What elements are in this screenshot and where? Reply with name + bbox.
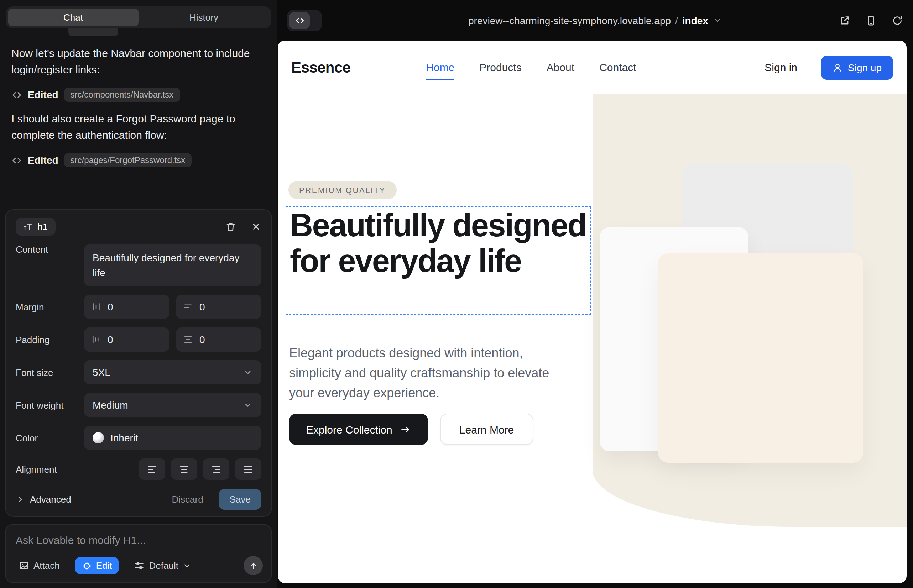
margin-horizontal-icon	[91, 302, 101, 312]
align-center-icon	[179, 464, 189, 475]
arrow-up-icon	[248, 561, 258, 570]
open-external-icon	[839, 15, 850, 26]
advanced-label: Advanced	[30, 494, 71, 505]
chat-message-list[interactable]: Now let's update the Navbar component to…	[0, 29, 277, 210]
chrome-actions	[839, 15, 903, 26]
font-weight-label: Font weight	[16, 400, 84, 410]
url-bar[interactable]: preview--charming-site-symphony.lovable.…	[468, 15, 722, 26]
mobile-icon	[865, 15, 877, 26]
selection-outline: Beautifully designed for everyday life	[286, 207, 591, 315]
close-editor-button[interactable]	[251, 222, 261, 233]
element-editor-panel: тT h1 Content	[5, 210, 272, 517]
decorative-card-beige	[658, 254, 863, 463]
font-size-field-row: Font size 5XL	[16, 360, 261, 384]
sign-up-button[interactable]: Sign up	[821, 55, 893, 79]
hero-title[interactable]: Beautifully designed for everyday life	[290, 208, 587, 278]
align-right-button[interactable]	[203, 459, 229, 480]
edit-mode-toggle[interactable]: Edit	[75, 557, 119, 575]
chevron-down-icon	[243, 400, 253, 410]
chat-history-tabbar: Chat History	[6, 6, 271, 29]
edit-mode-label: Edit	[96, 560, 112, 571]
padding-label: Padding	[16, 334, 84, 345]
element-tag-pill[interactable]: тT h1	[16, 218, 55, 236]
nav-link-contact[interactable]: Contact	[599, 61, 636, 73]
mobile-view-button[interactable]	[865, 15, 877, 26]
chat-message: Now let's update the Navbar component to…	[11, 45, 265, 78]
close-icon	[251, 222, 261, 233]
url-separator: /	[675, 15, 678, 26]
person-icon	[832, 62, 842, 72]
color-select[interactable]: Inherit	[84, 426, 261, 450]
tab-chat[interactable]: Chat	[8, 8, 139, 26]
color-field-row: Color Inherit	[16, 426, 261, 450]
explore-collection-button[interactable]: Explore Collection	[289, 414, 428, 445]
mode-select[interactable]: Default	[130, 559, 196, 572]
padding-x-value: 0	[108, 334, 113, 345]
font-weight-field-row: Font weight Medium	[16, 393, 261, 417]
nav-link-products[interactable]: Products	[479, 61, 521, 73]
nav-link-home[interactable]: Home	[426, 61, 454, 73]
code-view-toggle[interactable]	[287, 10, 322, 31]
site-logo[interactable]: Essence	[291, 59, 350, 76]
chevron-right-icon	[16, 495, 25, 504]
align-left-button[interactable]	[139, 459, 165, 480]
editor-actions	[225, 221, 261, 233]
delete-element-button[interactable]	[225, 221, 236, 233]
send-button[interactable]	[244, 556, 263, 575]
margin-x-value: 0	[108, 301, 113, 312]
preview-area: preview--charming-site-symphony.lovable.…	[277, 0, 913, 588]
sign-in-button[interactable]: Sign in	[760, 60, 801, 74]
composer-input[interactable]	[14, 533, 263, 547]
browser-chrome: preview--charming-site-symphony.lovable.…	[277, 0, 913, 40]
editor-footer: Advanced Discard Save	[16, 489, 261, 510]
site-navbar: Essence Home Products About Contact Sign…	[278, 40, 907, 94]
margin-y-value: 0	[199, 301, 205, 312]
learn-more-button[interactable]: Learn More	[440, 414, 533, 445]
font-weight-select[interactable]: Medium	[84, 393, 261, 417]
file-chip[interactable]: src/pages/ForgotPassword.tsx	[64, 153, 192, 167]
alignment-field-row: Alignment	[16, 459, 261, 480]
align-right-icon	[211, 464, 222, 475]
file-edit-row: Edited src/pages/ForgotPassword.tsx	[11, 153, 265, 167]
element-tag-label: h1	[37, 222, 48, 233]
content-input[interactable]: Beautifully designed for everyday life	[84, 244, 261, 286]
margin-x-input[interactable]: 0	[84, 295, 170, 319]
chat-message: I should also create a Forgot Password p…	[11, 111, 265, 143]
padding-x-input[interactable]: 0	[84, 328, 170, 352]
refresh-button[interactable]	[892, 15, 903, 26]
margin-vertical-icon	[183, 302, 193, 312]
margin-field-row: Margin 0 0	[16, 295, 261, 319]
hero-badge: PREMIUM QUALITY	[288, 181, 396, 199]
edit-action-label: Edited	[28, 89, 58, 100]
color-label: Color	[16, 433, 84, 443]
code-icon	[289, 12, 310, 29]
align-left-icon	[147, 464, 157, 475]
align-justify-button[interactable]	[235, 459, 261, 480]
chat-composer: Attach Edit Default	[5, 524, 272, 583]
file-chip[interactable]: src/components/Navbar.tsx	[64, 87, 180, 102]
margin-y-input[interactable]: 0	[176, 295, 261, 319]
save-button[interactable]: Save	[219, 489, 261, 510]
content-label: Content	[16, 244, 84, 255]
nav-link-about[interactable]: About	[547, 61, 575, 73]
align-center-button[interactable]	[171, 459, 197, 480]
hero-description: Elegant products designed with intention…	[289, 344, 573, 403]
code-toggle-track	[310, 12, 320, 29]
lovable-workspace: Chat History Now let's update the Navbar…	[0, 0, 913, 588]
padding-y-input[interactable]: 0	[176, 328, 261, 352]
image-icon	[18, 560, 29, 571]
attach-button[interactable]: Attach	[14, 559, 64, 572]
code-icon	[11, 89, 22, 100]
tab-history[interactable]: History	[139, 8, 269, 26]
chevron-down-icon	[243, 367, 253, 377]
open-external-button[interactable]	[839, 15, 850, 26]
arrow-right-icon	[400, 424, 411, 435]
mode-label: Default	[149, 560, 178, 571]
font-size-select[interactable]: 5XL	[84, 360, 261, 384]
preview-host: preview--charming-site-symphony.lovable.…	[468, 15, 671, 26]
color-value: Inherit	[110, 432, 138, 444]
advanced-toggle[interactable]: Advanced	[16, 494, 71, 505]
discard-button[interactable]: Discard	[168, 493, 207, 506]
composer-toolbar: Attach Edit Default	[14, 556, 263, 575]
align-justify-icon	[243, 464, 254, 475]
